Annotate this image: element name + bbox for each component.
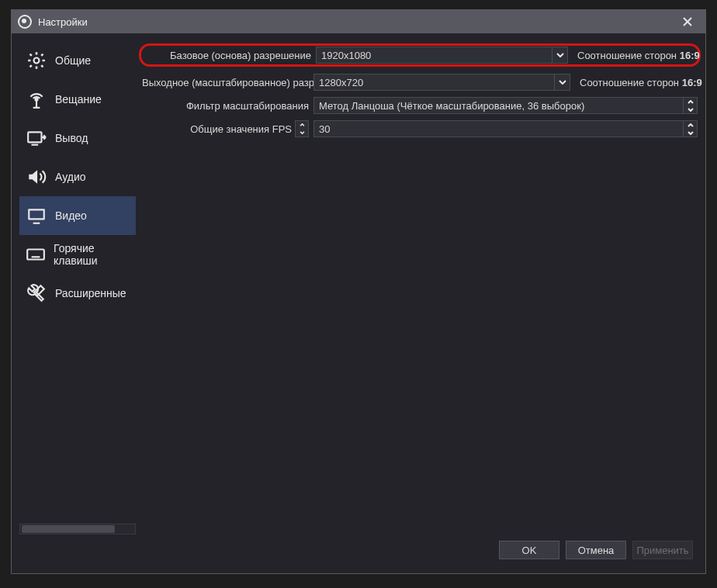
spinner-buttons[interactable]	[683, 121, 697, 137]
spin-up[interactable]	[684, 98, 697, 105]
base-resolution-label: Базовое (основа) разрешение	[144, 50, 311, 61]
chevron-up-icon	[688, 123, 694, 127]
fps-type-spinner[interactable]	[295, 120, 309, 137]
gear-icon	[26, 50, 47, 71]
chevron-down-icon	[688, 131, 694, 135]
output-resolution-value: 1280x720	[319, 77, 363, 88]
svg-rect-11	[27, 250, 44, 260]
tools-icon	[26, 282, 47, 304]
output-icon	[26, 127, 47, 149]
settings-window: Настройки Общие	[11, 9, 706, 574]
svg-rect-9	[29, 211, 43, 219]
downscale-filter-label: Фильтр масштабирования	[142, 100, 309, 112]
highlight-annotation: Базовое (основа) разрешение 1920x1080 Со…	[139, 43, 701, 67]
sidebar: Общие Вещание Вывод	[19, 41, 136, 534]
chevron-down-icon	[559, 80, 566, 85]
output-aspect-label: Соотношение сторон 16:9	[575, 77, 698, 88]
sidebar-item-label: Расширенные	[55, 287, 126, 299]
chevron-down-icon	[300, 131, 305, 134]
base-aspect-label: Соотношение сторон 16:9	[573, 50, 695, 61]
chevron-down-icon	[688, 108, 694, 112]
dialog-footer: OK Отмена Применить	[19, 534, 698, 566]
keyboard-icon	[26, 244, 46, 265]
monitor-icon	[26, 205, 47, 227]
output-resolution-dropdown[interactable]: 1280x720	[313, 74, 570, 91]
scrollbar-thumb[interactable]	[22, 525, 115, 533]
antenna-icon	[26, 88, 47, 110]
base-resolution-value: 1920x1080	[321, 50, 371, 61]
close-icon	[683, 17, 692, 26]
apply-button: Применить	[632, 541, 693, 559]
chevron-up-icon	[688, 100, 694, 104]
spin-up[interactable]	[684, 121, 697, 129]
window-title: Настройки	[38, 16, 88, 28]
sidebar-item-video[interactable]: Видео	[19, 196, 136, 235]
base-resolution-dropdown[interactable]: 1920x1080	[316, 47, 568, 64]
obs-icon	[18, 15, 32, 29]
fps-dropdown[interactable]: 30	[313, 120, 698, 137]
sidebar-item-general[interactable]: Общие	[19, 41, 136, 80]
dropdown-arrow[interactable]	[554, 74, 570, 90]
downscale-filter-dropdown[interactable]: Метод Ланцоша (Чёткое масштабирование, 3…	[313, 97, 698, 114]
output-resolution-label: Выходное (масштабированное) разрешение	[142, 77, 309, 88]
sidebar-item-output[interactable]: Вывод	[19, 119, 136, 157]
spin-down[interactable]	[296, 129, 308, 137]
sidebar-item-label: Горячие клавиши	[54, 242, 130, 267]
ok-button[interactable]: OK	[499, 541, 559, 559]
chevron-down-icon	[556, 53, 564, 57]
sidebar-item-label: Вывод	[55, 132, 88, 144]
speaker-icon	[26, 166, 47, 188]
dropdown-arrow[interactable]	[552, 47, 567, 63]
sidebar-item-label: Вещание	[55, 93, 102, 105]
sidebar-item-audio[interactable]: Аудио	[19, 157, 136, 196]
close-button[interactable]	[676, 10, 699, 33]
spin-up[interactable]	[296, 121, 308, 129]
sidebar-item-label: Видео	[55, 209, 87, 222]
sidebar-item-label: Общие	[55, 54, 91, 67]
fps-value: 30	[319, 123, 330, 135]
spinner-buttons[interactable]	[683, 98, 697, 113]
content-panel: Базовое (основа) разрешение 1920x1080 Со…	[142, 41, 698, 534]
spin-down[interactable]	[684, 105, 697, 113]
sidebar-scrollbar[interactable]	[19, 524, 136, 534]
svg-point-3	[35, 98, 37, 100]
titlebar: Настройки	[12, 10, 705, 33]
downscale-filter-value: Метод Ланцоша (Чёткое масштабирование, 3…	[319, 100, 584, 112]
sidebar-item-advanced[interactable]: Расширенные	[19, 274, 136, 313]
sidebar-item-hotkeys[interactable]: Горячие клавиши	[19, 235, 136, 274]
spin-down[interactable]	[684, 129, 697, 137]
svg-point-2	[34, 58, 40, 64]
chevron-up-icon	[300, 123, 305, 126]
cancel-button[interactable]: Отмена	[566, 541, 626, 559]
svg-rect-6	[28, 132, 41, 142]
sidebar-item-label: Аудио	[55, 171, 86, 183]
sidebar-item-stream[interactable]: Вещание	[19, 80, 136, 119]
fps-label: Общие значения FPS	[190, 123, 292, 135]
